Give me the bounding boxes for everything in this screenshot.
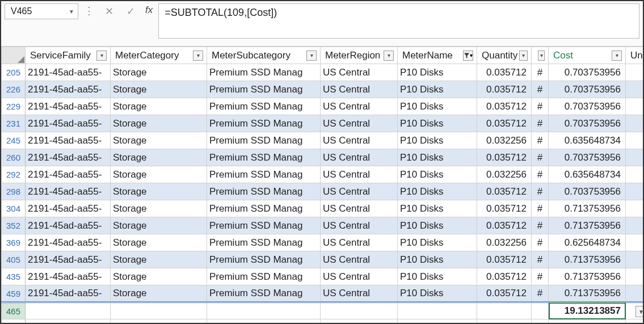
cell-unit[interactable] bbox=[626, 98, 645, 115]
cell[interactable] bbox=[532, 302, 549, 319]
row-header[interactable]: 352 bbox=[2, 217, 26, 234]
row-header[interactable]: 226 bbox=[2, 81, 26, 98]
cell-meter-name[interactable]: P10 Disks bbox=[398, 251, 477, 268]
cell-meter-region[interactable]: US Central bbox=[321, 200, 398, 217]
confirm-button[interactable]: ✓ bbox=[121, 3, 140, 19]
row-header[interactable]: 435 bbox=[2, 268, 26, 285]
cell-unit[interactable] bbox=[626, 115, 645, 132]
cell-hash[interactable]: # bbox=[532, 268, 549, 285]
cell-hash[interactable]: # bbox=[532, 234, 549, 251]
cell-meter-category[interactable]: Storage bbox=[111, 251, 207, 268]
cell-meter-category[interactable]: Storage bbox=[111, 200, 207, 217]
cell-meter-name[interactable]: P10 Disks bbox=[398, 64, 477, 81]
cell-unit[interactable] bbox=[626, 217, 645, 234]
filter-dropdown-icon[interactable] bbox=[384, 51, 394, 61]
col-meter-subcategory[interactable]: MeterSubcategory bbox=[207, 47, 321, 64]
cell-meter-name[interactable]: P10 Disks bbox=[398, 183, 477, 200]
cell-meter-name[interactable]: P10 Disks bbox=[398, 268, 477, 285]
row-header[interactable]: 292 bbox=[2, 166, 26, 183]
cell-quantity[interactable]: 0.035712 bbox=[477, 64, 532, 81]
row-header[interactable]: 260 bbox=[2, 149, 26, 166]
cell-cost[interactable]: 0.703753956 bbox=[549, 149, 626, 166]
chevron-down-icon[interactable]: ▼ bbox=[69, 9, 74, 15]
cell-meter-name[interactable]: P10 Disks bbox=[398, 132, 477, 149]
cell-cost[interactable]: 0.635648734 bbox=[549, 132, 626, 149]
col-narrow[interactable] bbox=[532, 47, 549, 64]
cell-hash[interactable]: # bbox=[532, 149, 549, 166]
cell-quantity[interactable]: 0.035712 bbox=[477, 81, 532, 98]
cell-hash[interactable]: # bbox=[532, 64, 549, 81]
cell-quantity[interactable]: 0.035712 bbox=[477, 251, 532, 268]
cell-meter-subcategory[interactable]: Premium SSD Manag bbox=[207, 251, 321, 268]
filter-dropdown-icon[interactable] bbox=[193, 51, 203, 61]
cell[interactable] bbox=[321, 302, 398, 319]
cell[interactable] bbox=[532, 319, 549, 325]
cell-meter-name[interactable]: P10 Disks bbox=[398, 149, 477, 166]
total-cost-cell[interactable]: 19.13213857 bbox=[549, 302, 626, 319]
cell[interactable] bbox=[111, 302, 207, 319]
cell-quantity[interactable]: 0.035712 bbox=[477, 217, 532, 234]
cell-cost[interactable]: 0.713753956 bbox=[549, 268, 626, 285]
cell-meter-region[interactable]: US Central bbox=[321, 166, 398, 183]
cell-meter-subcategory[interactable]: Premium SSD Manag bbox=[207, 81, 321, 98]
cell-meter-region[interactable]: US Central bbox=[321, 234, 398, 251]
cell-service-family[interactable]: 2191-45ad-aa55- bbox=[26, 251, 111, 268]
cell-quantity[interactable]: 0.035712 bbox=[477, 268, 532, 285]
cell-cost[interactable]: 0.635648734 bbox=[549, 166, 626, 183]
cell-service-family[interactable]: 2191-45ad-aa55- bbox=[26, 132, 111, 149]
cell-unit[interactable] bbox=[626, 251, 645, 268]
cell-meter-subcategory[interactable]: Premium SSD Manag bbox=[207, 234, 321, 251]
cell-meter-name[interactable]: P10 Disks bbox=[398, 217, 477, 234]
cell-hash[interactable]: # bbox=[532, 251, 549, 268]
cell-quantity[interactable]: 0.035712 bbox=[477, 200, 532, 217]
filter-dropdown-icon[interactable] bbox=[519, 51, 528, 61]
cell-meter-name[interactable]: P10 Disks bbox=[398, 234, 477, 251]
row-header[interactable]: 465 bbox=[2, 302, 26, 319]
cell-hash[interactable]: # bbox=[532, 183, 549, 200]
cell-cost[interactable]: 0.713753956 bbox=[549, 251, 626, 268]
row-header[interactable]: 369 bbox=[2, 234, 26, 251]
cell-quantity[interactable]: 0.032256 bbox=[477, 166, 532, 183]
cell-cost[interactable]: 0.713753956 bbox=[549, 217, 626, 234]
cell-quantity[interactable]: 0.035712 bbox=[477, 183, 532, 200]
col-unit[interactable]: Uni bbox=[626, 47, 645, 64]
filter-dropdown-icon[interactable] bbox=[538, 51, 545, 61]
cell-meter-region[interactable]: US Central bbox=[321, 98, 398, 115]
cell-meter-category[interactable]: Storage bbox=[111, 234, 207, 251]
cell-meter-category[interactable]: Storage bbox=[111, 285, 207, 302]
cell-cost[interactable]: 0.713753956 bbox=[549, 200, 626, 217]
row-header[interactable]: 459 bbox=[2, 285, 26, 302]
cell-unit[interactable] bbox=[626, 200, 645, 217]
cell-meter-region[interactable]: US Central bbox=[321, 217, 398, 234]
cell-meter-name[interactable]: P10 Disks bbox=[398, 166, 477, 183]
filter-applied-icon[interactable] bbox=[463, 51, 473, 61]
cell-meter-category[interactable]: Storage bbox=[111, 217, 207, 234]
cell-meter-name[interactable]: P10 Disks bbox=[398, 98, 477, 115]
cell-meter-subcategory[interactable]: Premium SSD Manag bbox=[207, 217, 321, 234]
cell-service-family[interactable]: 2191-45ad-aa55- bbox=[26, 217, 111, 234]
cell-service-family[interactable]: 2191-45ad-aa55- bbox=[26, 285, 111, 302]
cell-meter-region[interactable]: US Central bbox=[321, 81, 398, 98]
name-box[interactable]: V465 ▼ bbox=[5, 3, 78, 19]
formula-input[interactable]: =SUBTOTAL(109,[Cost]) bbox=[158, 3, 639, 39]
cell-meter-region[interactable]: US Central bbox=[321, 64, 398, 81]
cell-unit[interactable] bbox=[626, 234, 645, 251]
cell-meter-region[interactable]: US Central bbox=[321, 268, 398, 285]
cell[interactable] bbox=[477, 302, 532, 319]
dropdown-icon[interactable]: ▼ bbox=[635, 306, 644, 317]
cell-meter-subcategory[interactable]: Premium SSD Manag bbox=[207, 200, 321, 217]
cell-quantity[interactable]: 0.035712 bbox=[477, 98, 532, 115]
cell-unit[interactable] bbox=[626, 285, 645, 302]
row-header[interactable]: 245 bbox=[2, 132, 26, 149]
cell-meter-name[interactable]: P10 Disks bbox=[398, 115, 477, 132]
col-service-family[interactable]: ServiceFamily bbox=[26, 47, 111, 64]
cell-meter-subcategory[interactable]: Premium SSD Manag bbox=[207, 64, 321, 81]
cell-meter-category[interactable]: Storage bbox=[111, 166, 207, 183]
cell-unit[interactable] bbox=[626, 166, 645, 183]
cell-hash[interactable]: # bbox=[532, 98, 549, 115]
cell-service-family[interactable]: 2191-45ad-aa55- bbox=[26, 64, 111, 81]
col-meter-name[interactable]: MeterName bbox=[398, 47, 477, 64]
cell-hash[interactable]: # bbox=[532, 200, 549, 217]
col-meter-category[interactable]: MeterCategory bbox=[111, 47, 207, 64]
cell-hash[interactable]: # bbox=[532, 217, 549, 234]
